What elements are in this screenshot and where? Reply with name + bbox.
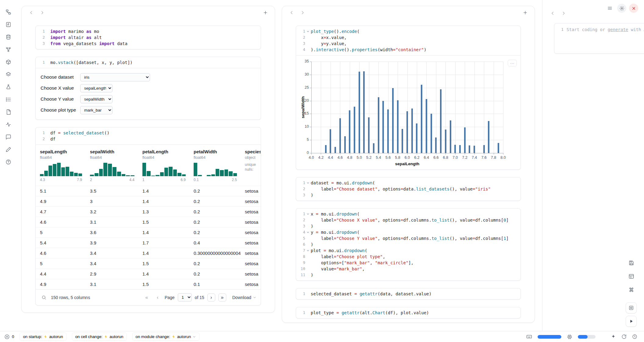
column-header[interactable]: petalLengthfloat6416.9 — [138, 145, 189, 186]
cell-vstack-editor[interactable]: 1mo.vstack([dataset, x, y, plot]) — [36, 57, 261, 68]
history-button[interactable] — [632, 334, 637, 339]
outline-button[interactable] — [4, 95, 12, 103]
empty-code-cell[interactable]: 1 Start coding or generate with AI — [554, 23, 644, 54]
column-header[interactable]: sepalWidthfloat6424.4 — [86, 145, 138, 186]
fold-toggle-icon[interactable] — [305, 248, 311, 254]
x-tick-label: 7.4 — [472, 155, 477, 160]
packages-icon — [5, 59, 11, 65]
scroll-next-button[interactable] — [38, 9, 46, 16]
cell-dataset-editor[interactable]: 1dataset = mo.ui.dropdown(2 label="Choos… — [296, 177, 521, 201]
keyboard-shortcuts-button[interactable] — [526, 334, 532, 340]
table-row[interactable]: 4.931.40.2setosa — [36, 196, 261, 207]
dataset-select[interactable]: iris — [80, 73, 150, 81]
variables-button[interactable] — [4, 45, 12, 53]
layers-button[interactable] — [4, 70, 12, 78]
column-header[interactable]: petalWidthfloat640.12.5 — [189, 145, 241, 186]
fold-toggle-icon[interactable] — [305, 28, 311, 34]
fold-toggle-icon[interactable] — [305, 229, 311, 235]
y-select[interactable]: sepalWidth — [80, 95, 113, 103]
keyboard-shortcuts-button[interactable] — [626, 284, 637, 295]
download-button[interactable]: Download — [232, 295, 256, 300]
fold-toggle-icon[interactable] — [305, 180, 311, 186]
table-row[interactable]: 5.43.91.70.4setosa — [36, 238, 261, 248]
cell-plot-editor[interactable]: 1plot_type().encode(2 x=x.value,3 y=y.va… — [296, 26, 521, 55]
table-row[interactable]: 4.93.11.50.1setosa — [36, 279, 261, 290]
cell-selected-dataset-editor[interactable]: 1selected_dataset = getattr(data, datase… — [296, 288, 521, 299]
run-button[interactable] — [626, 316, 637, 327]
snippets-button[interactable] — [4, 145, 12, 153]
fold-gutter — [305, 223, 311, 229]
x-tick-label: 6.2 — [414, 155, 419, 160]
x-select[interactable]: sepalLength — [80, 84, 113, 92]
layout-panel-button[interactable] — [626, 271, 637, 282]
prev-page-button[interactable]: ‹ — [154, 294, 162, 301]
ai-assistant-button[interactable] — [611, 334, 616, 339]
chart-bar — [498, 143, 499, 153]
table-row[interactable]: 53.41.50.2setosa — [36, 258, 261, 269]
file-explorer-button[interactable] — [4, 8, 12, 16]
plot-type-select[interactable]: mark_bar — [80, 106, 113, 114]
scroll-next-button[interactable] — [560, 9, 567, 17]
table-search-button[interactable] — [40, 294, 48, 301]
table-cell: setosa — [241, 279, 261, 290]
chart-bar — [402, 129, 403, 153]
menu-button[interactable] — [605, 4, 614, 13]
chart-plot-area[interactable]: 4.04.24.44.64.85.05.25.45.65.86.06.26.46… — [311, 62, 503, 153]
scratchpad-button[interactable] — [4, 83, 12, 91]
table-row[interactable]: 4.73.21.30.2setosa — [36, 207, 261, 217]
range-max: 6.9 — [181, 178, 186, 182]
cell-imports-editor[interactable]: 1import marimo as mo2import altair as al… — [36, 26, 261, 49]
help-button[interactable] — [4, 158, 12, 166]
page-select[interactable]: 1 — [178, 293, 192, 301]
documentation-button[interactable] — [4, 108, 12, 116]
save-button[interactable] — [626, 257, 637, 268]
table-cell: 4.6 — [36, 248, 86, 258]
restart-kernel-button[interactable] — [621, 334, 627, 339]
on-startup-chip[interactable]: on startup: autorun — [20, 333, 66, 341]
app-preview-button[interactable] — [626, 302, 637, 313]
table-cell: setosa — [241, 207, 261, 217]
scroll-prev-button[interactable] — [549, 9, 556, 17]
packages-button[interactable] — [4, 58, 12, 66]
chart-bar — [354, 107, 355, 153]
line-number: 1 — [36, 28, 45, 34]
table-row[interactable]: 4.63.11.50.2setosa — [36, 217, 261, 227]
tracing-button[interactable] — [4, 120, 12, 128]
last-page-button[interactable]: » — [218, 294, 226, 301]
table-row[interactable]: 4.63.41.40.30000000000000004setosa — [36, 248, 261, 258]
marimo-file-button[interactable] — [4, 20, 12, 28]
on-cell-change-chip[interactable]: on cell change: autorun — [72, 333, 127, 341]
scroll-prev-button[interactable] — [288, 9, 295, 16]
table-row[interactable]: 4.42.91.40.2setosa — [36, 269, 261, 279]
y-axis-line — [311, 62, 312, 153]
cell-plot-type-editor[interactable]: 1plot_type = getattr(alt.Chart(df), plot… — [296, 307, 521, 318]
datasources-button[interactable] — [4, 33, 12, 41]
table-row[interactable]: 53.61.40.2setosa — [36, 227, 261, 238]
code-line: 3 y=y.value, — [296, 41, 521, 47]
chart-options-button[interactable]: ··· — [508, 60, 517, 66]
generate-with-ai-link[interactable]: generate — [608, 27, 628, 32]
next-page-button[interactable]: › — [207, 294, 215, 301]
cell-xyplot-editor[interactable]: 1x = mo.ui.dropdown(2 label="Choose X va… — [296, 208, 521, 280]
left-panel: 1import marimo as mo2import altair as al… — [21, 6, 275, 313]
add-cell-button[interactable] — [261, 9, 269, 16]
chat-button[interactable] — [4, 133, 12, 141]
cpu-indicator-button[interactable] — [567, 334, 572, 340]
add-cell-button[interactable] — [521, 9, 529, 16]
errors-indicator[interactable]: 0 — [4, 334, 14, 340]
settings-button[interactable] — [617, 4, 626, 13]
table-row[interactable]: 5.13.51.40.2setosa — [36, 186, 261, 196]
table-scroll-area[interactable]: sepalLengthfloat644.37.9sepalWidthfloat6… — [36, 145, 261, 289]
scroll-prev-button[interactable] — [27, 9, 35, 16]
on-module-change-chip[interactable]: on module change: autorun — [132, 333, 200, 341]
code-text: y = mo.ui.dropdown( — [311, 229, 521, 235]
cell-df-editor[interactable]: 1df = selected_dataset()2df — [36, 127, 261, 144]
column-header[interactable]: speciesobjectuniquenulls: — [241, 145, 261, 186]
x-tick-label: 5.6 — [385, 155, 391, 160]
scroll-next-button[interactable] — [299, 9, 306, 16]
fold-toggle-icon[interactable] — [305, 211, 311, 217]
first-page-button[interactable]: « — [143, 294, 151, 301]
vstack-output: Choose datasetirisChoose X valuesepalLen… — [36, 68, 261, 119]
close-button[interactable] — [629, 4, 638, 13]
column-header[interactable]: sepalLengthfloat644.37.9 — [36, 145, 86, 186]
